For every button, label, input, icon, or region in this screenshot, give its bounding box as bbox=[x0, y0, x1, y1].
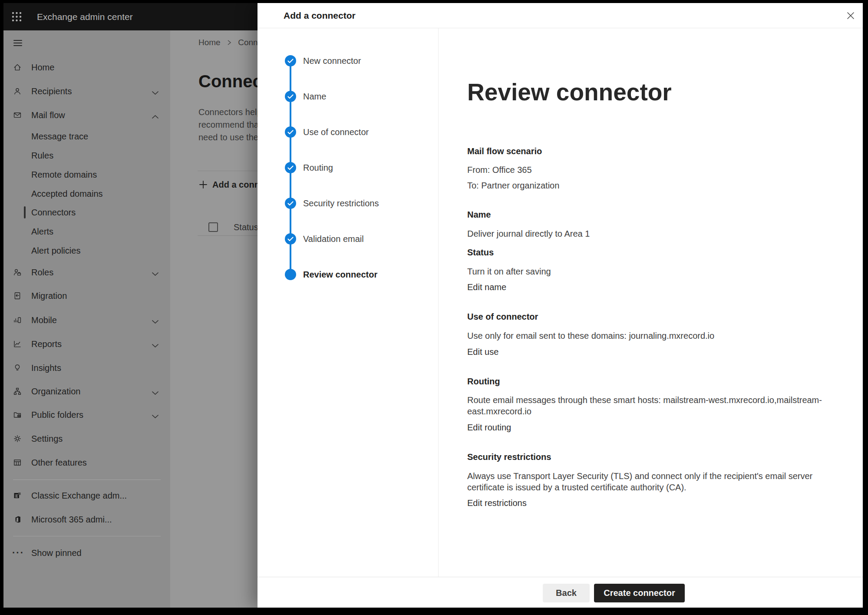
toolbar-divider bbox=[198, 171, 257, 171]
roles-icon bbox=[13, 268, 22, 277]
step-complete-icon bbox=[285, 198, 296, 209]
back-button[interactable]: Back bbox=[543, 584, 590, 602]
migration-icon bbox=[13, 291, 22, 300]
edit-name-link[interactable]: Edit name bbox=[467, 281, 506, 293]
breadcrumb: Home Conne bbox=[198, 37, 257, 48]
microsoft-365-icon bbox=[13, 515, 22, 524]
sidebar-item-accepted-domains[interactable]: Accepted domains bbox=[3, 184, 170, 203]
sidebar-item-migration[interactable]: Migration bbox=[3, 286, 170, 305]
sidebar-item-other-features[interactable]: Other features bbox=[3, 453, 170, 472]
step-use-of-connector[interactable]: Use of connector bbox=[257, 125, 438, 139]
use-of-connector-value: Use only for email sent to these domains… bbox=[467, 330, 858, 341]
sidebar-item-alert-policies[interactable]: Alert policies bbox=[3, 241, 170, 260]
step-complete-icon bbox=[285, 233, 296, 245]
edit-use-link[interactable]: Edit use bbox=[467, 346, 498, 357]
page-description-line: need to use the bbox=[198, 131, 257, 144]
page-title: Connect bbox=[198, 72, 257, 91]
close-icon bbox=[846, 11, 855, 20]
plus-icon bbox=[198, 180, 208, 191]
edit-restrictions-link[interactable]: Edit restrictions bbox=[467, 497, 527, 509]
review-panel: Review connector Mail flow scenario From… bbox=[439, 28, 863, 577]
sidebar-item-microsoft-365-admin[interactable]: Microsoft 365 admi... bbox=[3, 510, 170, 529]
step-name[interactable]: Name bbox=[257, 89, 438, 103]
org-chart-icon bbox=[13, 387, 22, 396]
sidebar-item-alerts[interactable]: Alerts bbox=[3, 222, 170, 241]
person-icon bbox=[13, 87, 22, 96]
mail-flow-to: To: Partner organization bbox=[467, 180, 559, 191]
gear-icon bbox=[13, 434, 22, 443]
sidebar-item-remote-domains[interactable]: Remote domains bbox=[3, 165, 170, 184]
table-grid-icon bbox=[13, 458, 22, 467]
sidebar-item-mobile[interactable]: Mobile bbox=[3, 311, 170, 330]
chevron-down-icon bbox=[152, 318, 159, 322]
sidebar-item-roles[interactable]: Roles bbox=[3, 263, 170, 282]
page-description-line: recommend that bbox=[198, 119, 257, 131]
wizard-steps-panel: New connector Name Use of connector bbox=[257, 28, 439, 577]
sidebar-item-classic-exchange-admin[interactable]: Classic Exchange adm... bbox=[3, 486, 170, 505]
line-chart-icon bbox=[13, 340, 22, 348]
name-title: Name bbox=[467, 209, 491, 220]
sidebar-divider bbox=[13, 479, 161, 480]
app-root: Exchange admin center Home Recipients bbox=[3, 3, 863, 608]
sidebar-item-reports[interactable]: Reports bbox=[3, 334, 170, 354]
classic-exchange-icon bbox=[13, 491, 22, 500]
page-content-dimmed: Home Conne Connect Connectors help recom… bbox=[170, 30, 257, 608]
breadcrumb-current: Conne bbox=[238, 38, 257, 47]
envelope-icon bbox=[13, 111, 22, 119]
step-new-connector[interactable]: New connector bbox=[257, 54, 438, 68]
name-value: Deliver journal directly to Area 1 bbox=[467, 228, 590, 239]
sidebar-item-mail-flow[interactable]: Mail flow bbox=[3, 106, 170, 125]
home-icon bbox=[13, 63, 22, 72]
security-restrictions-title: Security restrictions bbox=[467, 451, 551, 463]
nav-collapse-button[interactable] bbox=[3, 34, 170, 53]
page-description-line: Connectors help bbox=[198, 106, 257, 119]
sidebar-divider bbox=[13, 536, 161, 536]
review-heading: Review connector bbox=[467, 77, 672, 107]
chevron-down-icon bbox=[152, 389, 159, 393]
hamburger-icon bbox=[13, 39, 22, 48]
sidebar-item-show-pinned[interactable]: ··· Show pinned bbox=[3, 543, 170, 562]
step-complete-icon bbox=[285, 126, 296, 138]
step-security-restrictions[interactable]: Security restrictions bbox=[257, 196, 438, 210]
app-launcher-icon[interactable] bbox=[11, 11, 22, 22]
select-all-checkbox[interactable] bbox=[208, 222, 218, 232]
chevron-up-icon bbox=[152, 113, 159, 117]
create-connector-button[interactable]: Create connector bbox=[594, 584, 685, 602]
sidebar-item-message-trace[interactable]: Message trace bbox=[3, 127, 170, 146]
sidebar-item-public-folders[interactable]: Public folders bbox=[3, 405, 170, 424]
security-restrictions-value: Always use Transport Layer Security (TLS… bbox=[467, 470, 858, 493]
status-column-header: Status bbox=[234, 222, 257, 233]
table-header-divider bbox=[198, 235, 257, 236]
step-routing[interactable]: Routing bbox=[257, 161, 438, 175]
lightbulb-icon bbox=[13, 364, 22, 372]
sidebar-item-home[interactable]: Home bbox=[3, 58, 170, 77]
routing-title: Routing bbox=[467, 376, 500, 387]
use-of-connector-title: Use of connector bbox=[467, 311, 538, 322]
mail-flow-from: From: Office 365 bbox=[467, 164, 532, 175]
page-description: Connectors help recommend that need to u… bbox=[198, 106, 257, 144]
add-connector-modal: Add a connector New connector bbox=[257, 3, 863, 608]
app-title: Exchange admin center bbox=[37, 3, 133, 30]
top-app-bar: Exchange admin center bbox=[3, 3, 257, 30]
folder-globe-icon bbox=[13, 410, 22, 419]
sidebar-item-connectors[interactable]: Connectors bbox=[3, 203, 170, 222]
sidebar-item-insights[interactable]: Insights bbox=[3, 358, 170, 377]
edit-routing-link[interactable]: Edit routing bbox=[467, 422, 511, 433]
step-validation-email[interactable]: Validation email bbox=[257, 232, 438, 246]
sidebar-item-rules[interactable]: Rules bbox=[3, 146, 170, 165]
step-complete-icon bbox=[285, 55, 296, 66]
step-review-connector[interactable]: Review connector bbox=[257, 268, 438, 281]
close-button[interactable] bbox=[842, 7, 859, 24]
chevron-down-icon bbox=[152, 342, 159, 346]
breadcrumb-chevron-icon bbox=[227, 40, 231, 46]
modal-header: Add a connector bbox=[257, 3, 863, 28]
sidebar-item-recipients[interactable]: Recipients bbox=[3, 82, 170, 101]
breadcrumb-home-link[interactable]: Home bbox=[198, 38, 221, 47]
ellipsis-icon: ··· bbox=[12, 551, 24, 555]
sidebar-item-settings[interactable]: Settings bbox=[3, 429, 170, 448]
step-complete-icon bbox=[285, 91, 296, 102]
sidebar-item-organization[interactable]: Organization bbox=[3, 382, 170, 401]
chevron-down-icon bbox=[152, 270, 159, 274]
status-title: Status bbox=[467, 247, 494, 258]
modal-title: Add a connector bbox=[284, 3, 356, 28]
